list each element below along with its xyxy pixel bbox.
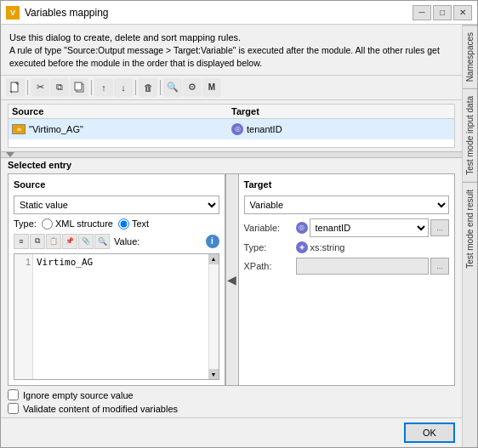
svg-rect-4 bbox=[75, 82, 82, 90]
text-option[interactable]: Text bbox=[118, 218, 149, 230]
move-up-button[interactable]: ↑ bbox=[94, 78, 113, 97]
xml-structure-option[interactable]: XML structure bbox=[42, 218, 113, 230]
source-type-select[interactable]: Static value Variable XPath expression C… bbox=[14, 196, 219, 214]
paste-special-btn[interactable]: 📌 bbox=[62, 234, 77, 249]
cut-button[interactable]: ✂ bbox=[31, 78, 49, 97]
main-window: V Variables mapping ─ □ ✕ Use this dialo… bbox=[0, 0, 478, 448]
move-down-button[interactable]: ↓ bbox=[114, 78, 133, 97]
ignore-empty-checkbox-row[interactable]: Ignore empty source value bbox=[8, 389, 455, 400]
description-line2: A rule of type "Source:Output message > … bbox=[9, 44, 453, 69]
selected-entry-section: Selected entry Source Static value Varia… bbox=[1, 158, 462, 386]
target-icon: ◎ bbox=[231, 123, 243, 135]
target-panel: Target Variable XPath expression Constan… bbox=[239, 174, 455, 385]
table-row[interactable]: ab "Virtimo_AG" ◎ tenantID bbox=[9, 119, 454, 139]
target-type-select-row: Variable XPath expression Constant bbox=[244, 196, 450, 214]
info-icon[interactable]: i bbox=[206, 235, 219, 248]
toolbar: ✂ ⧉ ↑ ↓ 🗑 🔍 ⚙ M bbox=[1, 75, 462, 100]
namespaces-tab[interactable]: Namespaces bbox=[463, 25, 477, 88]
type-field-row: Type: ◈ xs:string bbox=[244, 241, 450, 253]
validate-content-checkbox[interactable] bbox=[8, 403, 19, 414]
editor-content[interactable]: Virtimo_AG bbox=[33, 254, 208, 379]
type-field-label: Type: bbox=[244, 242, 291, 252]
variable-select[interactable]: tenantID bbox=[310, 218, 430, 237]
new-button[interactable] bbox=[6, 78, 25, 97]
copy-button[interactable]: ⧉ bbox=[50, 78, 69, 97]
editor-scrollbar: ▲ ▼ bbox=[208, 254, 219, 379]
minimize-button[interactable]: ─ bbox=[413, 5, 431, 20]
mapping-table: Source Target ab "Virtimo_AG" ◎ tenantID bbox=[8, 104, 455, 148]
mapping-header: Source Target bbox=[9, 105, 454, 119]
source-value: "Virtimo_AG" bbox=[29, 124, 83, 134]
toolbar-sep4 bbox=[160, 80, 161, 95]
settings-button[interactable]: ⚙ bbox=[183, 78, 202, 97]
search-editor-btn[interactable]: 🔍 bbox=[94, 234, 110, 249]
editor-area[interactable]: 1 Virtimo_AG ▲ ▼ bbox=[14, 253, 219, 380]
source-panel-label: Source bbox=[14, 179, 219, 190]
toolbar-sep1 bbox=[27, 80, 28, 95]
divider-arrow: ◀ bbox=[225, 174, 239, 385]
test-mode-input-tab[interactable]: Test mode input data bbox=[463, 88, 477, 182]
description-area: Use this dialog to create, delete and so… bbox=[1, 25, 462, 75]
side-tabs-container: Namespaces Test mode input data Test mod… bbox=[462, 25, 477, 447]
window-body: Use this dialog to create, delete and so… bbox=[1, 25, 477, 447]
ignore-empty-checkbox[interactable] bbox=[8, 389, 19, 400]
type-icon: ◈ bbox=[296, 241, 308, 253]
editor-text: Virtimo_AG bbox=[37, 257, 93, 268]
xpath-row: XPath: ... bbox=[244, 258, 450, 275]
source-type-select-row: Static value Variable XPath expression C… bbox=[14, 196, 219, 214]
source-panel: Source Static value Variable XPath expre… bbox=[9, 174, 225, 385]
main-content: Use this dialog to create, delete and so… bbox=[1, 25, 462, 447]
toolbar-sep3 bbox=[135, 80, 136, 95]
xpath-input[interactable] bbox=[296, 258, 430, 275]
validate-content-label: Validate content of modified variables bbox=[23, 404, 178, 414]
variable-row: Variable: ◎ tenantID ... bbox=[244, 218, 450, 237]
source-icon: ab bbox=[12, 124, 26, 134]
xml-radio[interactable] bbox=[42, 218, 53, 230]
target-value: tenantID bbox=[247, 124, 282, 134]
target-panel-label: Target bbox=[244, 179, 450, 190]
xpath-label: XPath: bbox=[244, 261, 291, 271]
description-line1: Use this dialog to create, delete and so… bbox=[9, 31, 453, 44]
mapping-target-cell: ◎ tenantID bbox=[231, 123, 451, 135]
paste-format-btn[interactable]: 📎 bbox=[78, 234, 94, 249]
scrollbar-down-btn[interactable]: ▼ bbox=[208, 369, 219, 379]
xpath-browse-btn[interactable]: ... bbox=[430, 258, 449, 275]
search-button[interactable]: 🔍 bbox=[163, 78, 182, 97]
line-number-1: 1 bbox=[16, 257, 31, 267]
window-title: Variables mapping bbox=[25, 7, 413, 19]
module-button[interactable]: M bbox=[202, 78, 221, 97]
maximize-button[interactable]: □ bbox=[433, 5, 452, 20]
variable-browse-btn[interactable]: ... bbox=[430, 219, 449, 236]
xpath-input-container: ... bbox=[296, 258, 450, 275]
copy-editor-btn[interactable]: ⧉ bbox=[30, 234, 45, 249]
line-numbers: 1 bbox=[14, 254, 33, 379]
paste-button[interactable] bbox=[70, 78, 88, 97]
checkboxes-section: Ignore empty source value Validate conte… bbox=[1, 386, 462, 417]
xml-label: XML structure bbox=[55, 218, 113, 229]
scrollbar-up-btn[interactable]: ▲ bbox=[208, 254, 219, 264]
entry-panels: Source Static value Variable XPath expre… bbox=[8, 173, 455, 386]
value-label: Value: bbox=[114, 236, 139, 247]
type-row: Type: XML structure Text bbox=[14, 218, 219, 230]
validate-content-checkbox-row[interactable]: Validate content of modified variables bbox=[8, 403, 455, 414]
ignore-empty-label: Ignore empty source value bbox=[23, 390, 134, 400]
text-radio[interactable] bbox=[118, 218, 129, 230]
test-mode-result-tab[interactable]: Test mode end result bbox=[463, 182, 477, 275]
footer: OK bbox=[1, 417, 462, 447]
variable-dropdown-container: ◎ tenantID ... bbox=[296, 218, 450, 237]
format-list-btn[interactable]: ≡ bbox=[14, 234, 29, 249]
window-controls: ─ □ ✕ bbox=[413, 5, 472, 20]
mapping-source-cell: ab "Virtimo_AG" bbox=[12, 124, 231, 134]
target-type-select[interactable]: Variable XPath expression Constant bbox=[244, 196, 450, 214]
selected-entry-label: Selected entry bbox=[8, 160, 455, 170]
ok-button[interactable]: OK bbox=[404, 422, 455, 443]
variable-icon: ◎ bbox=[296, 222, 308, 234]
toolbar-sep2 bbox=[91, 80, 92, 95]
resize-bar[interactable] bbox=[1, 151, 462, 158]
delete-button[interactable]: 🗑 bbox=[139, 78, 157, 97]
close-button[interactable]: ✕ bbox=[453, 5, 472, 20]
resize-triangle-icon bbox=[6, 152, 14, 157]
variable-label: Variable: bbox=[244, 223, 291, 233]
editor-toolbar: ≡ ⧉ 📋 📌 📎 🔍 Value: i bbox=[14, 234, 219, 249]
paste-text-btn[interactable]: 📋 bbox=[46, 234, 61, 249]
